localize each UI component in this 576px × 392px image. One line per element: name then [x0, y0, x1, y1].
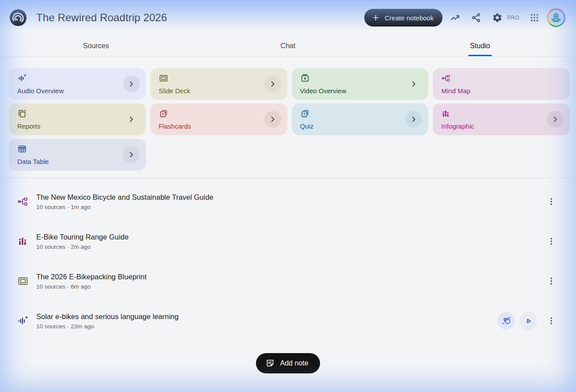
- share-button[interactable]: [467, 9, 485, 27]
- card-quiz[interactable]: Quiz: [292, 103, 429, 135]
- kebab-menu-icon: [546, 236, 556, 246]
- trending-up-icon: [450, 12, 460, 23]
- chevron-right-icon[interactable]: [123, 111, 140, 128]
- notebooklm-logo[interactable]: [10, 9, 27, 26]
- tab-studio[interactable]: Studio: [384, 35, 576, 56]
- chevron-right-icon[interactable]: [405, 111, 422, 128]
- card-infographic[interactable]: Infographic: [433, 103, 570, 135]
- wave-hand-icon: [501, 316, 511, 326]
- quiz-icon: [300, 109, 310, 118]
- doc-meta: 10 sources · 23m ago: [36, 323, 497, 330]
- card-slide-deck[interactable]: Slide Deck: [150, 68, 287, 100]
- settings-button[interactable]: [488, 9, 506, 27]
- google-apps-button[interactable]: [526, 9, 543, 27]
- doc-meta: 10 sources · 2m ago: [36, 244, 542, 250]
- card-mind-map[interactable]: Mind Map: [433, 68, 570, 100]
- chevron-right-icon[interactable]: [264, 76, 281, 92]
- kebab-menu-icon: [546, 276, 556, 286]
- header: The Rewired Roadtrip 2026 Create noteboo…: [0, 0, 576, 35]
- flashcards-icon: [159, 109, 168, 118]
- studio-card-grid: Audio Overview Slide Deck Video Overview…: [9, 68, 570, 171]
- create-notebook-button[interactable]: Create notebook: [364, 9, 442, 27]
- video-overview-icon: [300, 73, 310, 83]
- play-audio-button[interactable]: [519, 312, 537, 330]
- list-item-audio-overview[interactable]: Solar e-bikes and serious language learn…: [0, 301, 576, 341]
- doc-title: The New Mexico Bicycle and Sustainable T…: [36, 193, 542, 202]
- gear-icon: [492, 12, 503, 23]
- card-data-table[interactable]: Data Table: [9, 139, 146, 171]
- card-video-overview[interactable]: Video Overview: [292, 68, 429, 100]
- chevron-right-icon[interactable]: [405, 76, 422, 92]
- mind-map-icon: [441, 73, 451, 83]
- notebooklm-app: The Rewired Roadtrip 2026 Create noteboo…: [0, 0, 576, 392]
- add-note-label: Add note: [280, 359, 308, 367]
- create-notebook-label: Create notebook: [385, 14, 434, 22]
- add-note-container: Add note: [0, 353, 576, 373]
- studio-panel: Audio Overview Slide Deck Video Overview…: [0, 57, 576, 178]
- data-table-icon: [17, 144, 27, 154]
- kebab-menu-icon: [546, 197, 556, 206]
- doc-meta: 10 sources · 6m ago: [36, 283, 542, 290]
- panel-tabs: Sources Chat Studio: [0, 35, 576, 57]
- interactive-mode-button[interactable]: [497, 312, 515, 330]
- list-item-mind-map[interactable]: The New Mexico Bicycle and Sustainable T…: [0, 182, 576, 221]
- slide-deck-icon: [17, 275, 29, 287]
- card-reports[interactable]: Reports: [9, 103, 146, 135]
- chevron-right-icon[interactable]: [264, 111, 281, 128]
- more-options-button[interactable]: [543, 273, 559, 289]
- tab-sources[interactable]: Sources: [0, 35, 192, 56]
- kebab-menu-icon: [546, 316, 556, 326]
- doc-title: E-Bike Touring Range Guide: [36, 233, 542, 241]
- infographic-bars-icon: [17, 236, 29, 247]
- doc-title: The 2026 E-Bikepacking Blueprint: [36, 273, 542, 281]
- list-item-slide-deck[interactable]: The 2026 E-Bikepacking Blueprint 10 sour…: [0, 261, 576, 301]
- tab-chat[interactable]: Chat: [192, 35, 384, 56]
- avatar-image: [548, 10, 564, 26]
- chevron-right-icon[interactable]: [547, 111, 564, 128]
- add-note-button[interactable]: Add note: [256, 353, 320, 373]
- mind-map-icon: [17, 196, 29, 207]
- audio-waveform-sparkle-icon: [17, 315, 29, 327]
- card-audio-overview[interactable]: Audio Overview: [9, 68, 146, 100]
- slide-deck-icon: [159, 73, 168, 83]
- apps-grid-icon: [530, 13, 539, 23]
- audio-waveform-sparkle-icon: [17, 73, 27, 83]
- more-options-button[interactable]: [543, 313, 559, 329]
- analytics-button[interactable]: [446, 9, 464, 27]
- pro-badge: PRO: [507, 15, 519, 21]
- header-actions: Create notebook PRO: [364, 8, 565, 27]
- more-options-button[interactable]: [543, 233, 559, 249]
- plus-icon: [371, 13, 380, 22]
- chevron-right-icon[interactable]: [123, 76, 140, 92]
- studio-output-list: The New Mexico Bicycle and Sustainable T…: [0, 178, 576, 341]
- card-flashcards[interactable]: Flashcards: [150, 103, 287, 135]
- active-tab-underline: [468, 55, 492, 56]
- more-options-button[interactable]: [543, 194, 559, 209]
- robot-avatar-icon: [550, 11, 562, 24]
- chevron-right-icon[interactable]: [123, 146, 140, 163]
- list-item-infographic[interactable]: E-Bike Touring Range Guide 10 sources · …: [0, 221, 576, 261]
- note-icon: [265, 358, 275, 368]
- infographic-bars-icon: [441, 109, 451, 118]
- doc-meta: 10 sources · 1m ago: [36, 204, 542, 210]
- play-icon: [523, 316, 534, 326]
- reports-sparkle-icon: [17, 109, 27, 118]
- account-avatar[interactable]: [547, 8, 565, 27]
- share-icon: [471, 12, 481, 23]
- doc-title: Solar e-bikes and serious language learn…: [36, 312, 497, 321]
- page-title: The Rewired Roadtrip 2026: [36, 11, 167, 24]
